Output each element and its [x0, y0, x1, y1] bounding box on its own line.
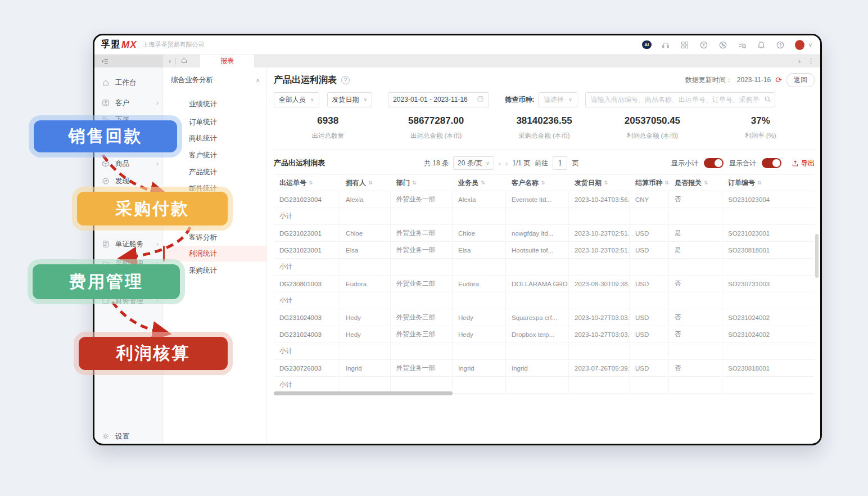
cell [669, 343, 722, 359]
cell [506, 259, 569, 275]
column-header[interactable]: 发货日期⇅ [569, 175, 630, 191]
page-title: 产品出运利润表 [274, 74, 337, 86]
cell: Ingrid [453, 360, 506, 376]
chevron-down-icon[interactable]: ∨ [808, 42, 812, 48]
export-button[interactable]: 导出 [792, 159, 815, 168]
cell: Eudora [340, 276, 391, 292]
sidebar-item-5[interactable]: 发现 [94, 173, 163, 189]
user-avatar[interactable] [795, 40, 804, 49]
stat-block-5: 37%利润率 (%) [707, 115, 815, 140]
sort-icon[interactable]: ⇅ [704, 180, 708, 186]
prev-page-icon[interactable]: ‹ [499, 159, 501, 168]
table-row: DG231023001Chloe外贸业务二部Chloenowgfday ltd.… [274, 225, 815, 242]
submenu-item-5[interactable]: 产品统计 [163, 164, 267, 180]
cell: USD [630, 276, 669, 292]
cell: Alexia [453, 191, 506, 208]
cell: USD [630, 242, 669, 258]
chevron-up-icon: ∧ [256, 77, 260, 83]
sort-icon[interactable]: ⇅ [309, 180, 313, 186]
cell: Squarespa crf... [506, 309, 569, 326]
help-circle-icon[interactable] [776, 40, 785, 49]
tab-forward-icon[interactable]: › [798, 57, 801, 65]
submenu-item-7[interactable]: 客诉分析 [163, 229, 267, 245]
subtotal-row: 小计 [274, 343, 815, 360]
column-header[interactable]: 订单编号⇅ [722, 175, 815, 191]
cell: SO230731003 [722, 276, 815, 292]
column-header[interactable]: 结算币种⇅ [630, 175, 669, 191]
cell [506, 343, 569, 359]
sort-icon[interactable]: ⇅ [412, 180, 417, 186]
column-header[interactable]: 业务员⇅ [453, 175, 506, 191]
submenu-item-2[interactable]: 订单统计 [163, 114, 267, 130]
sidebar-item-settings[interactable]: 设置 [94, 429, 163, 444]
bell-icon[interactable] [757, 40, 766, 49]
cell: 小计 [274, 377, 340, 393]
cell: 否 [669, 326, 722, 342]
cell [669, 208, 722, 224]
task-history-icon[interactable] [738, 40, 747, 49]
show-subtotal-toggle[interactable] [704, 158, 724, 168]
currency-filter-label: 筛查币种: [505, 95, 534, 105]
tab-home-icon[interactable] [180, 57, 188, 66]
phone-icon[interactable] [718, 40, 728, 49]
goto-page-input[interactable] [553, 156, 567, 170]
sidebar-item-6[interactable]: 单证船务› [94, 236, 163, 252]
tab-reports[interactable]: 报表 [200, 55, 254, 67]
sort-icon[interactable]: ⇅ [368, 180, 373, 186]
page-info: 1/1 页 [512, 159, 530, 168]
column-header[interactable]: 拥有人⇅ [340, 175, 391, 191]
person-filter-select[interactable]: 全部人员∨ [274, 92, 319, 107]
column-header[interactable]: 出运单号⇅ [274, 175, 340, 191]
horizontal-scrollbar[interactable] [274, 391, 453, 395]
cell: 小计 [274, 259, 340, 275]
date-type-select[interactable]: 发货日期∨ [327, 92, 373, 107]
table-header-row: 出运单号⇅拥有人⇅部门⇅业务员⇅客户名称⇅发货日期⇅结算币种⇅是否报关⇅订单编号… [274, 174, 815, 191]
show-total-label: 显示合计 [729, 159, 756, 168]
headset-icon[interactable] [661, 40, 671, 49]
sidebar-item-4[interactable]: 商品› [94, 156, 163, 172]
search-input[interactable] [585, 92, 775, 107]
help-icon[interactable]: ? [341, 76, 350, 84]
sort-icon[interactable]: ⇅ [757, 180, 762, 186]
refresh-icon[interactable]: ⟳ [775, 75, 782, 84]
stat-label: 利润总金额 (本币) [598, 132, 706, 140]
submenu-group-header[interactable]: 综合业务分析 ∧ [171, 75, 260, 85]
column-header[interactable]: 是否报关⇅ [669, 175, 722, 191]
show-total-toggle[interactable] [762, 158, 781, 168]
next-page-icon[interactable]: › [505, 159, 508, 168]
translate-icon[interactable] [699, 40, 709, 49]
sort-icon[interactable]: ⇅ [541, 180, 545, 186]
cell: Chloe [453, 225, 506, 241]
tabbar: ‹ 报表 › ⋮ [94, 54, 820, 67]
collapse-sidebar-button[interactable] [94, 55, 163, 67]
cell: Chloe [340, 225, 391, 241]
table-row: DG231023004Alexia外贸业务一部AlexiaEvernote lt… [274, 191, 815, 208]
subtotal-row: 小计 [274, 259, 815, 276]
back-button[interactable]: 返回 [786, 73, 815, 87]
sort-icon[interactable]: ⇅ [481, 180, 485, 186]
vertical-scrollbar[interactable] [815, 234, 819, 278]
sort-icon[interactable]: ⇅ [664, 180, 669, 186]
ai-assistant-icon[interactable]: AI [642, 40, 652, 49]
submenu-item-1[interactable]: 业绩统计 [163, 96, 267, 112]
date-range-picker[interactable]: 2023-01-01 - 2023-11-16 [388, 92, 489, 107]
sort-icon[interactable]: ⇅ [604, 180, 608, 186]
currency-select[interactable]: 请选择∨ [539, 92, 577, 107]
column-header[interactable]: 部门⇅ [391, 175, 453, 191]
sidebar-item-2[interactable]: 客户› [94, 95, 163, 111]
submenu-item-8[interactable]: 利润统计 [163, 246, 267, 261]
column-header[interactable]: 客户名称⇅ [506, 175, 569, 191]
submenu-item-4[interactable]: 客户统计 [163, 147, 267, 163]
sidebar-item-1[interactable]: 工作台 [94, 75, 163, 91]
apps-grid-icon[interactable] [680, 40, 690, 49]
cell: Hedy [340, 326, 391, 342]
chevron-right-icon: › [156, 240, 159, 248]
submenu-item-3[interactable]: 商机统计 [163, 130, 267, 146]
cell [669, 377, 722, 393]
tab-back-icon[interactable]: ‹ [169, 57, 171, 65]
tab-more-icon[interactable]: ⋮ [807, 57, 815, 65]
cell [506, 377, 569, 393]
page-size-select[interactable]: 20 条/页∨ [453, 156, 494, 170]
cell [391, 343, 453, 359]
cell: 否 [669, 360, 722, 376]
